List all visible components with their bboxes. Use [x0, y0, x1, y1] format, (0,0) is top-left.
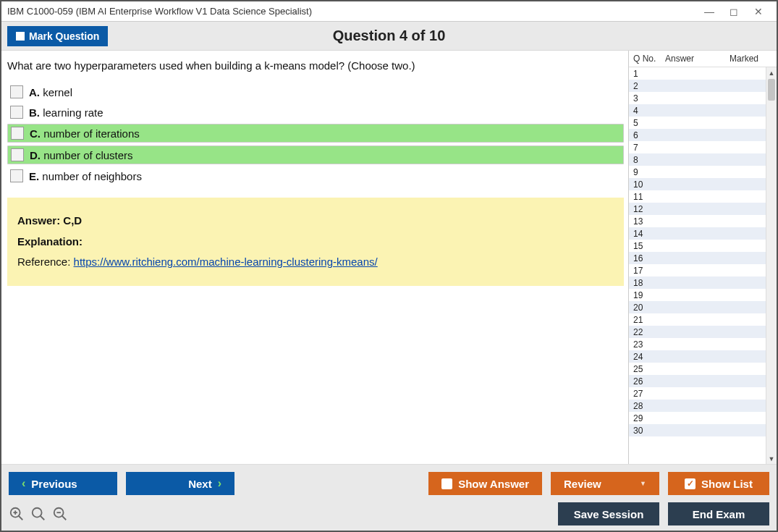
save-session-button[interactable]: Save Session — [558, 502, 659, 525]
option-row[interactable]: C. number of iterations — [7, 124, 624, 143]
show-list-label: Show List — [701, 478, 753, 490]
reference-prefix: Reference: — [17, 256, 74, 268]
next-button[interactable]: Next › — [126, 472, 234, 495]
sidebar-row[interactable]: 2 — [629, 80, 766, 92]
sidebar-row[interactable]: 22 — [629, 326, 766, 338]
sidebar-row[interactable]: 1 — [629, 67, 766, 80]
sidebar-row[interactable]: 3 — [629, 92, 766, 104]
sidebar-row[interactable]: 18 — [629, 276, 766, 289]
option-checkbox[interactable] — [11, 127, 24, 140]
sidebar-row[interactable]: 21 — [629, 313, 766, 326]
option-label: B. learning rate — [29, 106, 103, 119]
sidebar-row[interactable]: 23 — [629, 338, 766, 350]
sidebar-row[interactable]: 24 — [629, 350, 766, 363]
review-button[interactable]: Review ▼ — [551, 472, 659, 495]
option-checkbox[interactable] — [10, 106, 23, 119]
option-label: D. number of clusters — [30, 149, 133, 161]
answer-panel: Answer: C,D Explanation: Reference: http… — [7, 198, 624, 286]
show-list-check-icon: ✓ — [685, 478, 695, 489]
scroll-up-icon[interactable]: ▲ — [766, 67, 777, 78]
dropdown-arrow-icon: ▼ — [640, 480, 646, 487]
end-exam-button[interactable]: End Exam — [668, 502, 769, 525]
question-list-sidebar: Q No. Answer Marked 12345678910111213141… — [628, 51, 777, 464]
sidebar-row[interactable]: 28 — [629, 400, 766, 412]
mark-question-label: Mark Question — [29, 30, 99, 42]
option-label: C. number of iterations — [30, 127, 140, 140]
sidebar-row[interactable]: 12 — [629, 203, 766, 215]
option-row[interactable]: A. kernel — [7, 83, 624, 101]
sidebar-row[interactable]: 4 — [629, 104, 766, 117]
option-checkbox[interactable] — [10, 169, 23, 182]
option-row[interactable]: E. number of neighbors — [7, 167, 624, 185]
window-title: IBM C1000-059 (IBM AI Enterprise Workflo… — [7, 6, 312, 17]
svg-line-1 — [19, 516, 23, 520]
sidebar-row[interactable]: 14 — [629, 227, 766, 240]
question-counter: Question 4 of 10 — [1, 28, 777, 44]
svg-point-4 — [33, 508, 42, 518]
reference-link[interactable]: https://www.ritchieng.com/machine-learni… — [74, 256, 378, 268]
mark-checkbox-icon — [16, 32, 25, 41]
sidebar-row[interactable]: 10 — [629, 178, 766, 190]
question-panel: What are two hyperparameters used when b… — [1, 51, 628, 464]
previous-button[interactable]: ‹ Previous — [9, 472, 117, 495]
sidebar-row[interactable]: 15 — [629, 240, 766, 252]
sidebar-row[interactable]: 9 — [629, 166, 766, 178]
option-row[interactable]: B. learning rate — [7, 104, 624, 121]
sidebar-row[interactable]: 7 — [629, 141, 766, 153]
content-area: What are two hyperparameters used when b… — [1, 51, 777, 464]
reference-line: Reference: https://www.ritchieng.com/mac… — [17, 252, 614, 273]
sidebar-row[interactable]: 17 — [629, 264, 766, 276]
scroll-thumb[interactable] — [768, 79, 775, 101]
footer: ‹ Previous Next › Show Answer Review ▼ ✓… — [1, 464, 777, 531]
show-answer-label: Show Answer — [458, 478, 529, 490]
chevron-right-icon: › — [218, 477, 221, 490]
chevron-left-icon: ‹ — [22, 477, 25, 490]
previous-label: Previous — [31, 478, 77, 490]
sidebar-row[interactable]: 29 — [629, 412, 766, 424]
zoom-out-icon[interactable] — [52, 506, 68, 522]
sidebar-row[interactable]: 30 — [629, 424, 766, 436]
toolbar: Mark Question Question 4 of 10 — [1, 22, 777, 51]
option-label: E. number of neighbors — [29, 170, 142, 182]
option-checkbox[interactable] — [11, 148, 24, 161]
question-text: What are two hyperparameters used when b… — [7, 59, 624, 72]
sidebar-row[interactable]: 27 — [629, 387, 766, 400]
zoom-in-icon[interactable] — [9, 506, 25, 522]
answer-line: Answer: C,D — [17, 211, 614, 232]
sidebar-row[interactable]: 11 — [629, 190, 766, 203]
svg-line-7 — [62, 516, 67, 520]
end-exam-label: End Exam — [693, 508, 745, 520]
sidebar-row[interactable]: 8 — [629, 153, 766, 166]
sidebar-row[interactable]: 6 — [629, 129, 766, 141]
titlebar: IBM C1000-059 (IBM AI Enterprise Workflo… — [1, 1, 777, 22]
sidebar-row[interactable]: 20 — [629, 301, 766, 313]
sidebar-row[interactable]: 25 — [629, 363, 766, 375]
sidebar-list: 1234567891011121314151617181920212223242… — [629, 67, 766, 464]
review-label: Review — [564, 478, 601, 490]
sidebar-row[interactable]: 16 — [629, 252, 766, 264]
show-answer-button[interactable]: Show Answer — [428, 472, 542, 495]
show-answer-checkbox-icon — [441, 478, 452, 489]
next-label: Next — [188, 478, 212, 490]
options-list: A. kernelB. learning rateC. number of it… — [7, 83, 624, 185]
option-label: A. kernel — [29, 86, 72, 98]
sidebar-row[interactable]: 13 — [629, 215, 766, 227]
minimize-button[interactable]: — — [697, 4, 722, 20]
col-marked: Marked — [716, 54, 772, 64]
explanation-label: Explanation: — [17, 232, 614, 253]
show-list-button[interactable]: ✓ Show List — [668, 472, 769, 495]
scroll-down-icon[interactable]: ▼ — [766, 453, 777, 464]
zoom-controls — [9, 506, 68, 522]
mark-question-button[interactable]: Mark Question — [7, 26, 108, 46]
option-checkbox[interactable] — [10, 85, 23, 98]
save-session-label: Save Session — [574, 508, 644, 520]
close-button[interactable]: ✕ — [746, 4, 771, 20]
option-row[interactable]: D. number of clusters — [7, 145, 624, 164]
sidebar-header: Q No. Answer Marked — [629, 51, 777, 67]
sidebar-row[interactable]: 5 — [629, 117, 766, 129]
sidebar-scrollbar[interactable]: ▲ ▼ — [766, 67, 777, 464]
sidebar-row[interactable]: 26 — [629, 375, 766, 387]
maximize-button[interactable]: ◻ — [722, 4, 746, 20]
sidebar-row[interactable]: 19 — [629, 289, 766, 301]
zoom-reset-icon[interactable] — [30, 506, 46, 522]
